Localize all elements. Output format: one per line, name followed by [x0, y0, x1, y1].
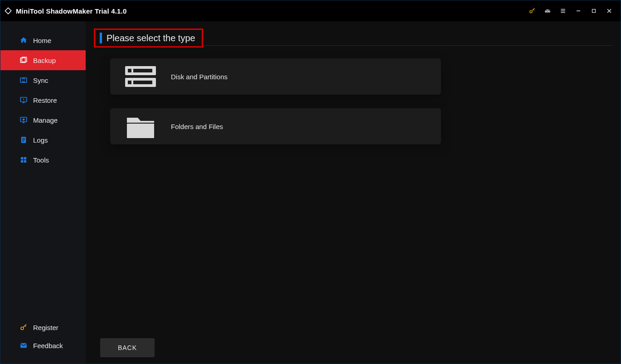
sidebar: Home Backup Sync Restore: [0, 21, 86, 364]
titlebar-menu-icon[interactable]: [555, 4, 571, 18]
option-label: Folders and Files: [171, 123, 223, 130]
sidebar-item-restore[interactable]: Restore: [0, 90, 86, 110]
svg-rect-29: [133, 81, 152, 84]
app-logo-icon: [3, 6, 13, 16]
sidebar-feedback[interactable]: Feedback: [0, 336, 86, 354]
logs-icon: [19, 136, 29, 144]
sidebar-register-label: Register: [33, 324, 58, 331]
heading-accent-bar: [100, 33, 102, 43]
sidebar-item-backup[interactable]: Backup: [0, 50, 86, 70]
backup-icon: [19, 56, 29, 64]
option-disk-and-partitions[interactable]: Disk and Partitions: [110, 58, 441, 95]
sidebar-item-label: Backup: [33, 57, 56, 64]
sidebar-item-label: Tools: [33, 156, 49, 164]
sidebar-item-label: Home: [33, 37, 51, 44]
disk-partitions-icon: [125, 64, 156, 89]
svg-rect-15: [22, 138, 25, 139]
type-options: Disk and Partitions Folders and Files: [110, 58, 612, 144]
heading-row: Please select the type: [94, 29, 612, 48]
app-window: MiniTool ShadowMaker Trial 4.1.0: [0, 0, 621, 364]
app-body: Home Backup Sync Restore: [0, 21, 621, 364]
page-heading: Please select the type: [107, 33, 195, 43]
titlebar: MiniTool ShadowMaker Trial 4.1.0: [0, 0, 621, 21]
heading-underline: [203, 45, 612, 46]
svg-rect-19: [24, 157, 26, 159]
maximize-button[interactable]: [586, 4, 602, 18]
sidebar-item-manage[interactable]: Manage: [0, 110, 86, 130]
sidebar-bottom: Register Feedback: [0, 318, 86, 364]
tools-icon: [19, 156, 29, 164]
svg-rect-18: [21, 157, 23, 159]
svg-point-13: [23, 119, 25, 121]
folder-files-icon: [125, 113, 156, 139]
titlebar-register-icon[interactable]: [524, 4, 540, 18]
footer-buttons: BACK: [94, 338, 612, 357]
svg-rect-21: [24, 160, 26, 163]
sidebar-item-label: Logs: [33, 136, 48, 144]
sidebar-register[interactable]: Register: [0, 318, 86, 336]
svg-rect-5: [592, 10, 596, 13]
sidebar-item-label: Restore: [33, 96, 57, 104]
svg-line-7: [607, 9, 611, 13]
manage-icon: [19, 116, 29, 124]
sidebar-item-logs[interactable]: Logs: [0, 130, 86, 150]
restore-icon: [19, 96, 29, 104]
svg-point-0: [530, 10, 532, 13]
back-button[interactable]: BACK: [100, 338, 155, 357]
svg-line-6: [607, 9, 611, 13]
back-button-label: BACK: [118, 344, 137, 351]
svg-rect-20: [21, 160, 23, 163]
titlebar-remote-icon[interactable]: [540, 4, 555, 18]
sync-icon: [19, 76, 29, 84]
sidebar-item-home[interactable]: Home: [0, 30, 86, 50]
close-button[interactable]: [602, 4, 617, 18]
home-icon: [19, 36, 29, 44]
main-content: Please select the type: [86, 21, 621, 364]
sidebar-item-label: Manage: [33, 116, 58, 124]
svg-rect-25: [128, 69, 131, 72]
svg-rect-30: [127, 124, 154, 138]
sidebar-item-tools[interactable]: Tools: [0, 150, 86, 170]
sidebar-item-label: Sync: [33, 77, 48, 84]
minimize-button[interactable]: [571, 4, 586, 18]
svg-rect-16: [22, 139, 25, 140]
svg-rect-17: [22, 141, 24, 141]
svg-rect-26: [133, 69, 152, 72]
svg-point-22: [21, 327, 24, 330]
sidebar-item-sync[interactable]: Sync: [0, 70, 86, 90]
option-folders-and-files[interactable]: Folders and Files: [110, 108, 441, 144]
key-icon: [19, 323, 29, 331]
mail-icon: [19, 341, 29, 350]
sidebar-feedback-label: Feedback: [33, 342, 63, 350]
svg-rect-28: [128, 81, 131, 84]
app-title: MiniTool ShadowMaker Trial 4.1.0: [16, 7, 127, 15]
heading-highlight: Please select the type: [94, 29, 203, 48]
option-label: Disk and Partitions: [171, 73, 228, 81]
